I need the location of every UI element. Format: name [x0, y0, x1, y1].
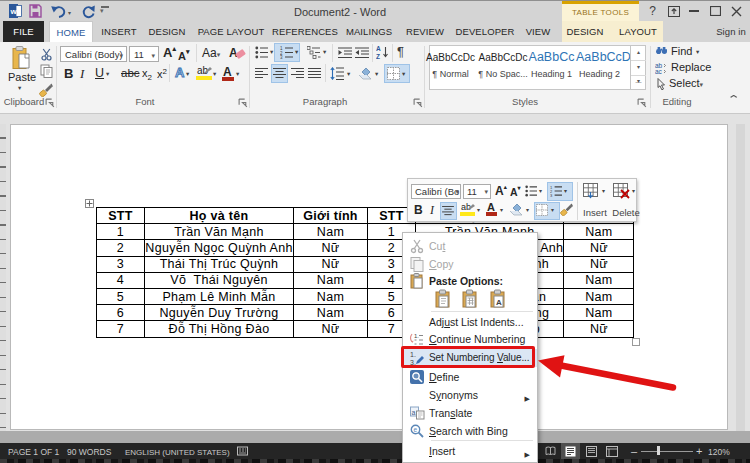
svg-text:a: a [412, 409, 416, 416]
svg-text:3: 3 [280, 55, 283, 59]
svg-text:1.: 1. [414, 333, 419, 339]
svg-text:A: A [376, 45, 381, 52]
svg-text:A: A [496, 298, 502, 307]
svg-text:Z: Z [376, 53, 380, 60]
svg-text:3: 3 [550, 193, 553, 197]
svg-text:ac: ac [655, 68, 663, 74]
svg-text:w: w [9, 7, 17, 16]
svg-text:e: e [414, 426, 418, 433]
